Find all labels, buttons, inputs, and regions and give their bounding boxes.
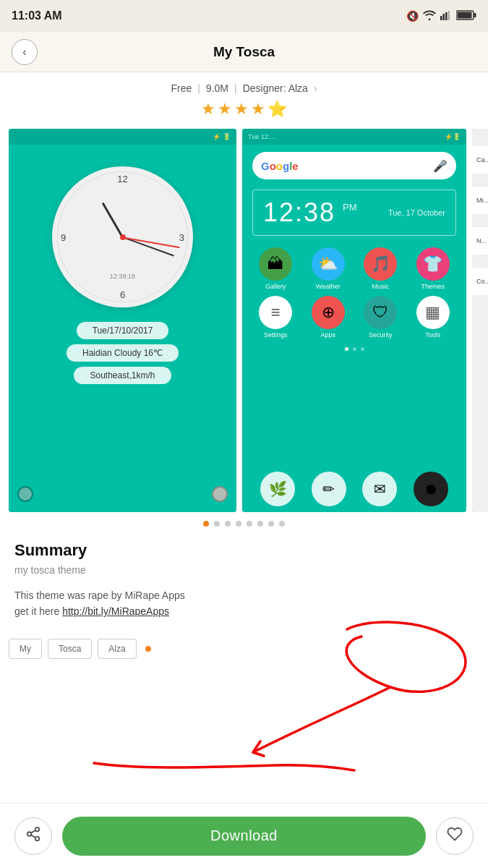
status-bar: 11:03 AM 🔇 (0, 0, 488, 32)
tools-icon: ▦ (416, 296, 450, 329)
app-music[interactable]: 🎵 Music (357, 247, 404, 290)
clock-face: 12 3 6 9 12:39:18 (52, 166, 193, 307)
themes-icon: 👕 (416, 247, 450, 281)
summary-section: Summary my tosca theme This theme was ra… (0, 527, 488, 629)
home-status-bar: Tue 12:... ⚡🔋 (242, 129, 466, 145)
settings-label: Settings (264, 331, 288, 339)
svg-rect-5 (474, 13, 476, 17)
app-weather[interactable]: ⛅ Weather (305, 247, 352, 290)
cdot-4 (236, 521, 241, 527)
battery-icon (456, 10, 476, 22)
app-security[interactable]: 🛡 Security (357, 296, 404, 339)
clock-screen: ⚡ 🔋 12 3 6 9 12:39:18 (9, 129, 236, 512)
dot-3 (361, 347, 364, 351)
settings-icon: ≡ (259, 296, 292, 329)
mute-icon: 🔇 (406, 10, 419, 22)
page-dots (242, 347, 466, 351)
size-label: 9.0M (206, 82, 228, 94)
back-button[interactable]: ‹ (12, 39, 38, 65)
app-themes[interactable]: 👕 Themes (410, 247, 457, 290)
svg-line-11 (31, 835, 35, 838)
dock-icon-3[interactable]: ✉ (362, 472, 397, 506)
music-label: Music (372, 283, 389, 290)
svg-rect-2 (445, 12, 448, 20)
divider1: | (197, 82, 200, 94)
star-3: ★ (234, 100, 249, 119)
meta-chevron-icon[interactable]: › (314, 82, 317, 94)
like-button[interactable] (436, 817, 474, 855)
digital-date: Tue, 17 October (388, 208, 445, 217)
screenshot-2: Tue 12:... ⚡🔋 Google 🎤 12:38 PM Tue, 17 … (242, 129, 466, 512)
app-grid-top: 🏔 Gallery ⛅ Weather 🎵 Music 👕 Themes ≡ (242, 242, 466, 344)
tag-tosca: Tosca (48, 639, 92, 659)
google-search-bar[interactable]: Google 🎤 (252, 152, 456, 179)
dock-icon-2[interactable]: ✏ (312, 472, 346, 506)
gallery-label: Gallery (265, 283, 286, 290)
summary-body: This theme was rape by MiRape Appsget it… (14, 587, 474, 620)
clock-info-boxes: Tue/17/10/2017 Haidian Cloudy 16℃ Southe… (67, 322, 179, 384)
dot-1 (345, 347, 348, 351)
star-4: ★ (251, 100, 265, 119)
summary-subtitle: my tosca theme (14, 564, 474, 576)
svg-point-8 (35, 827, 40, 832)
meta-info: Free | 9.0M | Designer: Alza › (0, 82, 488, 94)
signal-icon (440, 10, 452, 22)
weather-icon: ⛅ (312, 247, 345, 281)
bottom-bar: Download (0, 803, 488, 868)
wind-info-box: Southeast,1km/h (74, 367, 171, 384)
app-apps[interactable]: ⊕ Apps (305, 296, 352, 339)
designer-label: Designer: Alza (243, 82, 308, 94)
star-2: ★ (218, 100, 232, 119)
svg-rect-1 (443, 14, 445, 20)
svg-line-12 (31, 830, 35, 833)
cdot-2 (214, 521, 220, 527)
tag-dot-indicator (145, 646, 151, 652)
share-button[interactable] (14, 817, 52, 855)
clock-center-dot (120, 234, 126, 240)
download-label: Download (210, 827, 278, 844)
themes-label: Themes (421, 283, 445, 290)
star-1: ★ (201, 100, 215, 119)
cdot-5 (247, 521, 252, 527)
home-screen: Tue 12:... ⚡🔋 Google 🎤 12:38 PM Tue, 17 … (242, 129, 466, 512)
clock-corner-left-icon (17, 486, 33, 502)
date-info-box: Tue/17/10/2017 (77, 322, 169, 339)
summary-link[interactable]: http://bit.ly/MiRapeApps (62, 605, 169, 617)
clock-bottom-icons (9, 486, 236, 502)
tag-my: My (9, 639, 42, 659)
gallery-icon: 🏔 (259, 247, 292, 281)
analog-clock: 12 3 6 9 12:39:18 (52, 166, 193, 307)
app-gallery[interactable]: 🏔 Gallery (252, 247, 299, 290)
mic-icon[interactable]: 🎤 (433, 159, 448, 173)
svg-rect-3 (448, 11, 450, 20)
partial-item-3: N... (472, 227, 488, 255)
status-time: 11:03 AM (12, 9, 62, 22)
download-button[interactable]: Download (62, 817, 426, 856)
carousel-dots (0, 521, 488, 527)
music-icon: 🎵 (364, 247, 397, 281)
screenshot-carousel[interactable]: ⚡ 🔋 12 3 6 9 12:39:18 (0, 129, 488, 512)
app-tools[interactable]: ▦ Tools (410, 296, 457, 339)
corner-left-inner (19, 488, 32, 501)
dock-icon-1[interactable]: 🌿 (260, 472, 295, 506)
digital-period: PM (343, 202, 357, 213)
summary-title: Summary (14, 541, 474, 560)
digital-time: 12:38 (263, 197, 335, 228)
clock-corner-right-icon (212, 486, 228, 502)
cdot-7 (268, 521, 274, 527)
screenshot-1: ⚡ 🔋 12 3 6 9 12:39:18 (9, 129, 236, 512)
security-icon: 🛡 (364, 296, 397, 329)
heart-icon (447, 826, 463, 846)
tag-strip: My Tosca Alza (0, 631, 488, 666)
wifi-icon (423, 10, 436, 22)
clock-status-bar: ⚡ 🔋 (9, 129, 236, 145)
partial-item-4: Co... (472, 268, 488, 295)
partial-item-1: Ca... (472, 146, 488, 174)
svg-point-10 (35, 837, 40, 841)
app-settings[interactable]: ≡ Settings (252, 296, 299, 339)
clock-time-text: 12:39:18 (52, 273, 193, 280)
dock-icon-4[interactable]: ⏺ (414, 472, 448, 506)
security-label: Security (369, 331, 393, 339)
screenshot-3-partial: Ca... Mi... N... Co... (472, 129, 488, 512)
divider2: | (234, 82, 237, 94)
